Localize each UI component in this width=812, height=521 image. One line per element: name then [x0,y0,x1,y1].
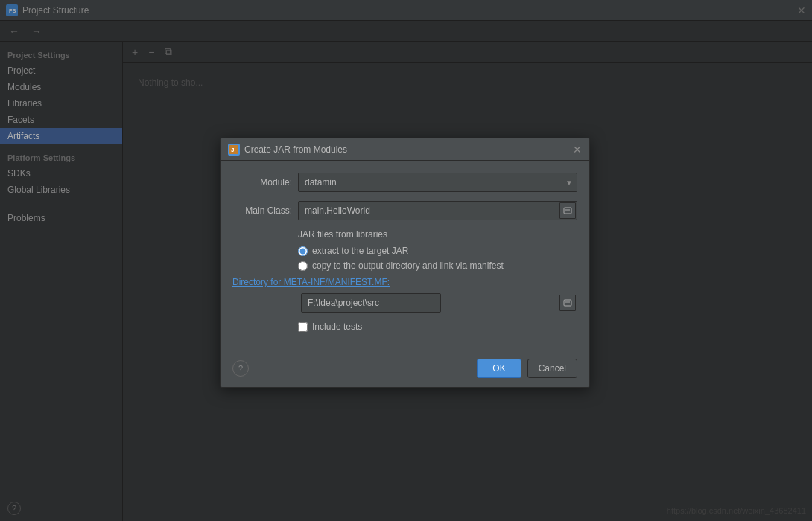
dialog-footer: ? OK Cancel [221,353,589,387]
main-class-input[interactable] [298,201,577,220]
dialog-close-button[interactable]: ✕ [573,144,582,156]
main-class-row: Main Class: [232,201,577,220]
svg-text:J: J [231,147,234,153]
copy-radio[interactable] [298,261,308,271]
directory-label[interactable]: Directory for META-INF/MANIFEST.MF: [232,277,577,287]
jar-files-label: JAR files from libraries [232,229,577,240]
ok-button[interactable]: OK [477,359,521,378]
include-tests-row: Include tests [232,322,577,332]
include-tests-checkbox[interactable] [298,322,308,332]
dialog-title-bar: J Create JAR from Modules ✕ [221,138,589,161]
dialog-help-button[interactable]: ? [232,360,249,377]
directory-browse-button[interactable] [559,295,576,311]
module-row: Module: datamin ▼ [232,173,577,192]
extract-radio-row: extract to the target JAR [298,246,577,256]
extract-radio-label: extract to the target JAR [312,246,408,256]
dialog-body: Module: datamin ▼ Main Class: [221,161,589,353]
dialog-icon: J [228,144,240,156]
create-jar-dialog: J Create JAR from Modules ✕ Module: data… [220,138,590,388]
extract-radio[interactable] [298,246,308,256]
directory-input-wrapper [301,293,577,313]
module-select-wrapper: datamin ▼ [298,173,577,192]
module-label: Module: [232,177,292,188]
module-select[interactable]: datamin [298,173,577,192]
radio-group: extract to the target JAR copy to the ou… [232,246,577,271]
copy-radio-label: copy to the output directory and link vi… [312,260,504,271]
svg-rect-4 [564,208,571,214]
cancel-button[interactable]: Cancel [527,359,577,378]
dialog-title: Create JAR from Modules [244,144,573,155]
main-class-input-wrapper [298,201,577,220]
main-class-browse-button[interactable] [559,202,576,219]
directory-input[interactable] [301,293,441,313]
copy-radio-row: copy to the output directory and link vi… [298,260,577,271]
main-class-label: Main Class: [232,205,292,216]
include-tests-label: Include tests [312,322,362,332]
directory-row [232,293,577,313]
svg-rect-6 [564,300,571,306]
